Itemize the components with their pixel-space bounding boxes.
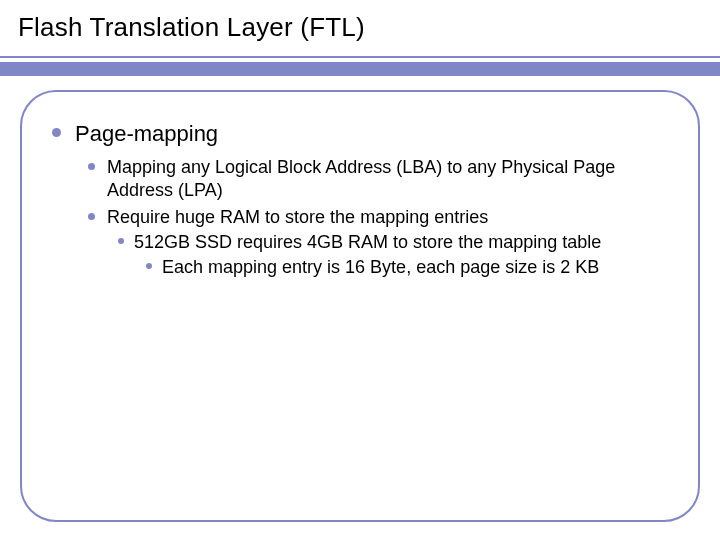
slide-title: Flash Translation Layer (FTL): [18, 12, 702, 43]
bullet-list-level-4: Each mapping entry is 16 Byte, each page…: [146, 256, 668, 279]
list-item: Page-mapping Mapping any Logical Block A…: [52, 120, 668, 279]
bullet-list-level-1: Page-mapping Mapping any Logical Block A…: [52, 120, 668, 279]
bullet-text: Mapping any Logical Block Address (LBA) …: [107, 156, 668, 202]
bullet-icon: [118, 238, 124, 244]
content-frame: Page-mapping Mapping any Logical Block A…: [20, 90, 700, 522]
list-item: Each mapping entry is 16 Byte, each page…: [146, 256, 668, 279]
slide: Flash Translation Layer (FTL) Page-mappi…: [0, 0, 720, 540]
bullet-list-level-3: 512GB SSD requires 4GB RAM to store the …: [118, 231, 668, 279]
bullet-icon: [88, 213, 95, 220]
list-item: Require huge RAM to store the mapping en…: [88, 206, 668, 279]
bullet-icon: [88, 163, 95, 170]
bullet-list-level-2: Mapping any Logical Block Address (LBA) …: [88, 156, 668, 279]
bullet-text: Each mapping entry is 16 Byte, each page…: [162, 256, 599, 279]
divider-thin-line: [0, 56, 720, 58]
title-divider: [0, 56, 720, 78]
bullet-icon: [52, 128, 61, 137]
bullet-text: 512GB SSD requires 4GB RAM to store the …: [134, 231, 601, 254]
divider-thick-bar: [0, 62, 720, 76]
bullet-icon: [146, 263, 152, 269]
bullet-text: Page-mapping: [75, 120, 218, 148]
list-item: 512GB SSD requires 4GB RAM to store the …: [118, 231, 668, 279]
list-item: Mapping any Logical Block Address (LBA) …: [88, 156, 668, 202]
bullet-text: Require huge RAM to store the mapping en…: [107, 206, 488, 229]
